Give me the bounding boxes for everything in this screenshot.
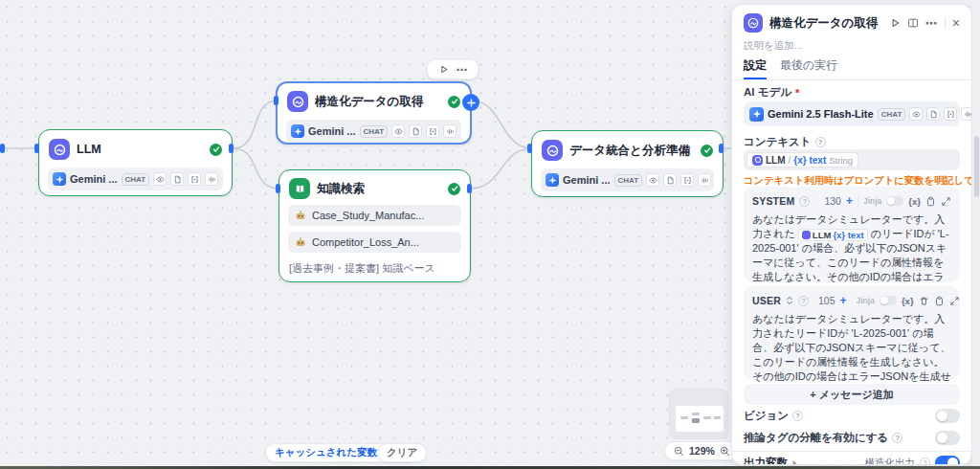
scrollbar[interactable]	[972, 0, 980, 469]
node-data-integration[interactable]: データ統合と分析準備 Gemini ... CHAT	[531, 130, 724, 197]
dataset-name: Competitor_Loss_An...	[312, 236, 419, 248]
user-prompt-block[interactable]: USER ? 105 + Jinja {x} あなたはデータシミュレーターです。…	[744, 286, 960, 380]
split-view-icon[interactable]	[907, 17, 919, 29]
tab-settings[interactable]: 設定	[744, 55, 767, 79]
model-pill: Gemini ... CHAT	[48, 168, 223, 190]
node-title: 知識検索	[317, 181, 441, 197]
integration-input-handle[interactable]	[527, 144, 532, 153]
play-icon[interactable]	[438, 64, 449, 75]
node-structured-data[interactable]: 構造化データの取得 Gemini ... CHAT	[276, 81, 472, 145]
zoom-out-icon[interactable]	[674, 446, 684, 457]
prompt-generator-icon[interactable]: +	[846, 194, 853, 208]
knowledge-output-handle[interactable]	[467, 184, 472, 193]
model-pill: Gemini ... CHAT	[286, 120, 461, 143]
chip-type: String	[829, 155, 853, 166]
variable-insert-icon[interactable]: {x}	[902, 296, 914, 306]
copy-icon[interactable]	[934, 296, 945, 306]
scrollbar-thumb[interactable]	[974, 136, 979, 197]
brackets-capability-icon	[680, 173, 694, 187]
dataset-item: Case_Study_Manufac...	[288, 205, 461, 226]
structured-input-handle[interactable]	[274, 96, 278, 105]
llm-node-icon	[542, 140, 563, 161]
llm-input-handle[interactable]	[34, 144, 39, 153]
audio-capability-icon	[698, 173, 711, 187]
zoom-level: 129%	[689, 445, 715, 457]
model-selector[interactable]: Gemini 2.5 Flash-Lite CHAT	[744, 101, 960, 126]
help-icon: ?	[799, 196, 810, 207]
node-title: データ統合と分析準備	[569, 143, 694, 159]
vision-capability-icon	[909, 107, 923, 121]
expand-icon[interactable]	[949, 296, 960, 306]
chat-badge: CHAT	[878, 108, 906, 121]
chat-badge: CHAT	[614, 174, 643, 187]
jinja-toggle[interactable]	[886, 196, 903, 206]
jinja-label: Jinja	[863, 196, 881, 206]
prompt-role-label: SYSTEM	[752, 195, 794, 207]
audio-capability-icon	[205, 172, 218, 186]
node-knowledge-retrieval[interactable]: 知識検索 Case_Study_Manufac... Competitor_Lo…	[278, 169, 471, 282]
role-switch-icon[interactable]	[786, 296, 793, 305]
caret-right-icon[interactable]	[791, 459, 798, 466]
panel-title: 構造化データの取得	[769, 15, 882, 32]
help-icon: ?	[815, 137, 826, 147]
tab-last-run[interactable]: 最後の実行	[780, 55, 837, 79]
add-message-button[interactable]: + メッセージ追加	[744, 384, 960, 405]
llm-node-icon	[752, 155, 763, 166]
divider	[858, 195, 858, 207]
expand-icon[interactable]	[941, 196, 951, 207]
chat-badge: CHAT	[122, 173, 150, 186]
llm-node-icon	[744, 13, 763, 33]
llm-output-handle[interactable]	[229, 144, 234, 153]
reasoning-toggle[interactable]	[935, 431, 960, 445]
more-icon[interactable]: ⋯	[925, 16, 938, 31]
document-capability-icon	[663, 173, 677, 187]
dataset-name: Case_Study_Manufac...	[312, 210, 424, 221]
model-name: Gemini ...	[563, 174, 611, 186]
variable-insert-icon[interactable]: {x}	[908, 196, 921, 207]
add-next-node-button[interactable]	[462, 94, 479, 111]
user-prompt-text[interactable]: あなたはデータシミュレーターです。入力されたリードIDが 'L-2025-001…	[752, 312, 951, 385]
dataset-icon	[295, 210, 306, 221]
more-icon[interactable]: ⋯	[457, 63, 468, 77]
help-icon: ?	[892, 433, 902, 443]
llm-node-icon	[287, 91, 308, 112]
node-title: LLM	[77, 143, 203, 156]
divider	[945, 17, 946, 29]
zoom-control[interactable]: 129%	[664, 441, 740, 460]
model-pill: Gemini ... CHAT	[541, 168, 714, 191]
delete-icon[interactable]	[919, 296, 929, 306]
edge-source-handle[interactable]	[0, 144, 5, 153]
node-title: 構造化データの取得	[315, 94, 441, 110]
run-node-icon[interactable]	[889, 17, 901, 29]
context-variable-field[interactable]: LLM / {x} text String	[744, 149, 960, 170]
minimap[interactable]	[669, 389, 728, 439]
node-llm[interactable]: LLM Gemini ... CHAT	[38, 129, 233, 196]
vision-capability-icon	[153, 172, 167, 186]
gemini-icon	[291, 124, 304, 138]
token-count: 105	[818, 295, 835, 306]
document-capability-icon	[170, 172, 184, 186]
structured-output-toggle[interactable]	[935, 456, 960, 465]
chip-node-name: LLM	[766, 155, 786, 166]
prompt-generator-icon[interactable]: +	[840, 294, 847, 307]
prompt-role-label: USER	[752, 295, 781, 306]
copy-icon[interactable]	[925, 196, 936, 207]
chat-badge: CHAT	[360, 125, 389, 138]
vision-toggle[interactable]	[935, 409, 960, 423]
context-variable-chip[interactable]: LLM / {x} text String	[746, 152, 858, 168]
close-icon[interactable]: ×	[952, 15, 960, 31]
integration-output-handle[interactable]	[719, 144, 724, 153]
success-check-icon	[448, 183, 460, 195]
audio-capability-icon	[961, 107, 972, 121]
description-placeholder[interactable]: 説明を追加...	[744, 39, 960, 53]
clear-button[interactable]: クリア	[377, 443, 427, 462]
jinja-label: Jinja	[857, 296, 875, 305]
knowledge-input-handle[interactable]	[276, 184, 280, 193]
knowledge-caption: [過去事例・提案書] 知識ベース	[289, 261, 460, 276]
edge	[470, 148, 532, 189]
system-prompt-block[interactable]: SYSTEM ? 130 + Jinja {x} あなたはデータシミュレーターで…	[744, 187, 960, 282]
system-prompt-text[interactable]: あなたはデータシミュレーターです。入力された LLM{x} text のリードI…	[752, 212, 951, 285]
vision-label: ビジョン	[744, 409, 789, 423]
zoom-in-icon[interactable]	[720, 446, 730, 457]
jinja-toggle[interactable]	[880, 296, 897, 305]
